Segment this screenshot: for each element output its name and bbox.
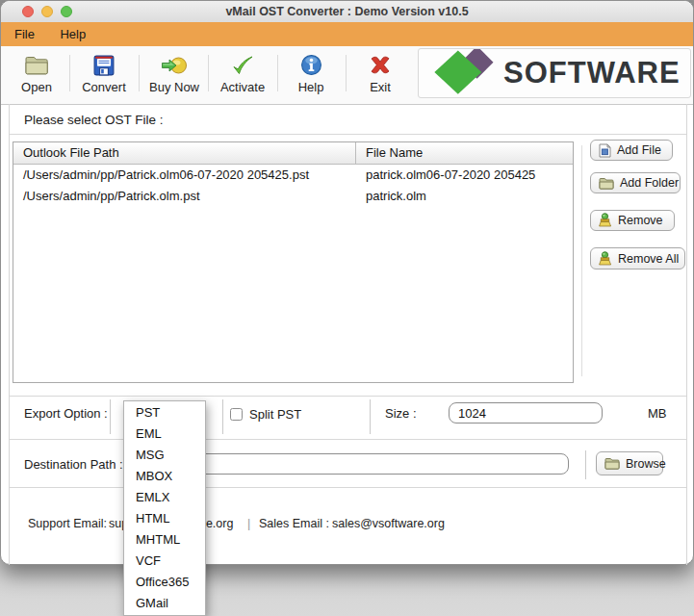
v-check-mark-icon [424,49,501,97]
dropdown-option-msg[interactable]: MSG [124,445,205,466]
dropdown-option-emlx[interactable]: EMLX [124,487,205,508]
close-window-button[interactable] [22,6,34,17]
desktop-background: vMail OST Converter : Demo Version v10.5… [0,0,694,616]
toolbar-divider [277,55,278,91]
column-header-name[interactable]: File Name [355,142,573,164]
table-row[interactable]: /Users/admin/pp/Patrick.olm06-07-2020 20… [13,165,573,186]
row-divider [370,399,371,434]
row-divider [222,399,223,434]
add-file-button[interactable]: Add File [590,140,673,161]
row-divider [585,450,586,479]
convert-button[interactable]: Convert [72,52,136,100]
table-header: Outlook File Path File Name [13,142,573,165]
buy-arrow-coin-icon [161,52,188,78]
content-right-border [686,104,687,565]
add-folder-icon [599,177,614,190]
size-input[interactable] [449,402,603,424]
toolbar-divider [208,55,209,91]
section-separator [10,396,686,397]
info-circle-icon [300,52,322,78]
content-left-border [9,104,10,565]
dropdown-option-mbox[interactable]: MBOX [124,466,205,487]
export-format-dropdown: PST EML MSG MBOX EMLX HTML MHTML VCF Off… [123,400,206,616]
vendor-logo: SOFTWARE [418,48,691,98]
split-pst-checkbox[interactable] [230,408,243,421]
toolbar-divider [69,55,70,91]
dropdown-option-gmail[interactable]: GMail [124,593,205,614]
convert-button-label: Convert [82,80,126,94]
buy-now-button[interactable]: Buy Now [142,52,206,100]
exit-button[interactable]: Exit [348,52,412,100]
menu-file[interactable]: File [4,22,45,46]
green-check-icon [230,52,255,78]
select-ost-label: Please select OST File : [24,113,164,127]
dropdown-option-html[interactable]: HTML [124,508,205,529]
help-button-label: Help [298,80,324,94]
help-button[interactable]: Help [279,52,343,100]
footer-separator: | [247,517,250,530]
logo-text: SOFTWARE [503,56,681,90]
exit-button-label: Exit [370,80,391,94]
add-file-icon [599,143,611,158]
browse-label: Browse [626,457,666,471]
dropdown-option-pst[interactable]: PST [124,402,205,424]
floppy-disk-icon [93,52,115,78]
open-button[interactable]: Open [5,52,68,100]
brush-icon [599,213,612,228]
file-list-table[interactable]: Outlook File Path File Name /Users/admin… [13,141,574,383]
title-bar: vMail OST Converter : Demo Version v10.5 [1,1,693,22]
app-window: vMail OST Converter : Demo Version v10.5… [0,0,694,565]
file-path-cell: /Users/admin/pp/Patrick.olm06-07-2020 20… [13,165,355,186]
window-title: vMail OST Converter : Demo Version v10.5 [1,1,693,23]
red-x-icon [369,52,392,78]
menu-help[interactable]: Help [49,22,96,46]
section-separator [10,487,686,488]
toolbar: Open Convert [1,46,693,105]
remove-button[interactable]: Remove [590,210,675,231]
sales-email-value: sales@vsoftware.org [332,517,445,530]
file-name-cell: patrick.olm [355,186,573,207]
section-separator [10,439,686,440]
row-divider [110,399,111,434]
zoom-window-button[interactable] [61,6,72,17]
size-unit-label: MB [648,406,667,421]
open-button-label: Open [21,80,52,94]
open-folder-icon [24,52,49,78]
file-path-cell: /Users/admin/pp/Patrick.olm.pst [13,186,355,207]
split-pst-label: Split PST [249,407,301,422]
add-folder-button[interactable]: Add Folder [590,172,681,193]
size-label: Size : [385,406,417,421]
file-name-cell: patrick.olm06-07-2020 205425 [355,165,573,186]
sales-email-label: Sales Email : [259,517,329,530]
export-option-label: Export Option : [24,406,108,421]
destination-path-label: Destination Path : [24,457,123,472]
dropdown-option-vcf[interactable]: VCF [124,551,205,572]
buy-now-button-label: Buy Now [149,80,199,94]
brush-icon [599,251,612,267]
minimize-window-button[interactable] [41,6,53,17]
browse-button[interactable]: Browse [596,451,663,475]
remove-all-button[interactable]: Remove All [590,247,685,270]
add-folder-label: Add Folder [620,176,679,190]
menu-bar: File Help [1,22,693,46]
activate-button-label: Activate [220,80,265,94]
dropdown-option-mhtml[interactable]: MHTML [124,529,205,551]
table-row[interactable]: /Users/admin/pp/Patrick.olm.pst patrick.… [13,186,573,207]
section-separator [10,134,686,135]
panel-divider [581,145,582,376]
add-file-label: Add File [617,143,661,157]
browse-folder-icon [604,457,620,470]
remove-label: Remove [618,214,663,227]
toolbar-divider [139,55,140,91]
dropdown-option-office365[interactable]: Office365 [124,572,205,593]
toolbar-divider [346,55,347,91]
dropdown-option-eml[interactable]: EML [124,424,205,445]
support-email-label: Support Email: [28,517,107,530]
remove-all-label: Remove All [618,252,679,266]
activate-button[interactable]: Activate [211,52,274,100]
column-header-path[interactable]: Outlook File Path [13,142,355,164]
